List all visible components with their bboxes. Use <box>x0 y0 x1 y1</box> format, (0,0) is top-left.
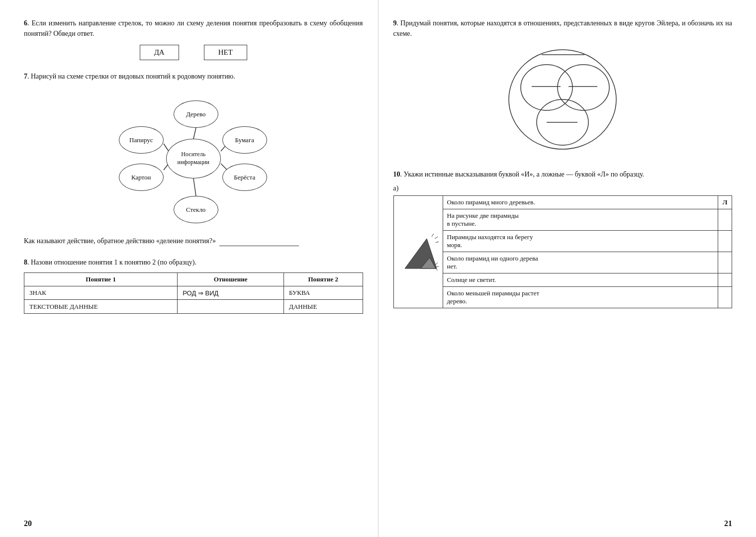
q8-col3-header: Понятие 2 <box>284 273 363 286</box>
table-row: Около пирамид ни одного дерева нет. <box>393 252 732 273</box>
q10-sub: а) <box>393 184 733 192</box>
table-row: ТЕКСТОВЫЕ ДАННЫЕ ДАННЫЕ <box>24 300 363 314</box>
concept-diagram: Дерево Папирус Бумага Носительинформации… <box>114 87 273 231</box>
mark-3[interactable] <box>718 231 732 252</box>
node-derevo: Дерево <box>174 100 218 128</box>
node-center: Носительинформации <box>166 139 221 179</box>
svg-point-8 <box>558 65 609 110</box>
question-7: 7. Нарисуй на схеме стрелки от видовых п… <box>24 71 363 246</box>
q8-r1-c3: БУКВА <box>284 286 363 300</box>
question-10: 10. Укажи истинные высказывания буквой «… <box>393 169 733 308</box>
mark-1[interactable]: Л <box>718 196 732 209</box>
question-8: 8. Назови отношение понятия 1 к понятию … <box>24 257 363 314</box>
node-beresta: Берёста <box>222 164 267 191</box>
mark-5[interactable] <box>718 273 732 287</box>
statement-4: Около пирамид ни одного дерева нет. <box>443 252 718 273</box>
page-number-left: 20 <box>24 519 32 528</box>
mark-6[interactable] <box>718 287 732 308</box>
q8-col1-header: Понятие 1 <box>24 273 178 286</box>
q8-r1-c2: РОД ⇒ ВИД <box>178 286 284 300</box>
net-option[interactable]: НЕТ <box>204 45 247 60</box>
table-row: Около меньшей пирамиды растет дерево. <box>393 287 732 308</box>
page-spread: 6. Если изменить направление стрелок, то… <box>0 0 756 537</box>
node-bumaga: Бумага <box>222 126 267 154</box>
q8-r2-c2[interactable] <box>178 300 284 314</box>
table-row: Солнце не светит. <box>393 273 732 287</box>
svg-line-17 <box>435 237 438 239</box>
page-number-right: 21 <box>724 519 732 528</box>
q8-r2-c3: ДАННЫЕ <box>284 300 363 314</box>
pyramid-image-cell <box>393 196 443 308</box>
node-karton: Картон <box>119 164 164 191</box>
svg-line-18 <box>436 242 439 243</box>
svg-line-1 <box>164 144 169 151</box>
statement-3: Пирамиды находятся на берегу моря. <box>443 231 718 252</box>
statement-1: Около пирамид много деревьев. <box>443 196 718 209</box>
da-net-options: ДА НЕТ <box>24 45 363 60</box>
q8-text: 8. Назови отношение понятия 1 к понятию … <box>24 257 363 268</box>
svg-line-19 <box>436 263 438 265</box>
mark-2[interactable] <box>718 209 732 231</box>
q10-text: 10. Укажи истинные высказывания буквой «… <box>393 169 733 179</box>
q9-text: 9. Придумай понятия, которые находятся в… <box>393 18 733 39</box>
node-papirus: Папирус <box>119 126 164 154</box>
svg-line-16 <box>432 234 434 237</box>
question-9: 9. Придумай понятия, которые находятся в… <box>393 18 733 158</box>
right-page: 9. Придумай понятия, которые находятся в… <box>378 0 756 537</box>
statement-5: Солнце не светит. <box>443 273 718 287</box>
q6-text: 6. Если изменить направление стрелок, то… <box>24 18 363 39</box>
table-row: На рисунке две пирамиды в пустыне. <box>393 209 732 231</box>
q7-text: 7. Нарисуй на схеме стрелки от видовых п… <box>24 71 363 82</box>
q8-r1-c1: ЗНАК <box>24 286 178 300</box>
svg-line-5 <box>193 179 196 196</box>
da-option[interactable]: ДА <box>140 45 179 60</box>
node-steklo: Стекло <box>174 196 218 223</box>
statement-6: Около меньшей пирамиды растет дерево. <box>443 287 718 308</box>
q8-r2-c1: ТЕКСТОВЫЕ ДАННЫЕ <box>24 300 178 314</box>
statement-2: На рисунке две пирамиды в пустыне. <box>443 209 718 231</box>
q8-table: Понятие 1 Отношение Понятие 2 ЗНАК РОД ⇒… <box>24 272 363 314</box>
q10-table: Около пирамид много деревьев. Л На рисун… <box>393 195 733 308</box>
table-row: Около пирамид много деревьев. Л <box>393 196 732 209</box>
q7b-answer[interactable] <box>219 246 299 246</box>
q8-col2-header: Отношение <box>178 273 284 286</box>
mark-4[interactable] <box>718 252 732 273</box>
euler-diagram <box>503 44 622 158</box>
question-6: 6. Если изменить направление стрелок, то… <box>24 18 363 60</box>
table-row: Пирамиды находятся на берегу моря. <box>393 231 732 252</box>
svg-line-0 <box>193 128 196 139</box>
left-page: 6. Если изменить направление стрелок, то… <box>0 0 378 537</box>
pyramid-svg <box>398 229 439 273</box>
svg-line-21 <box>436 268 438 270</box>
table-row: ЗНАК РОД ⇒ ВИД БУКВА <box>24 286 363 300</box>
q7b-text: Как называют действие, обратное действию… <box>24 236 363 246</box>
euler-svg <box>503 44 622 158</box>
